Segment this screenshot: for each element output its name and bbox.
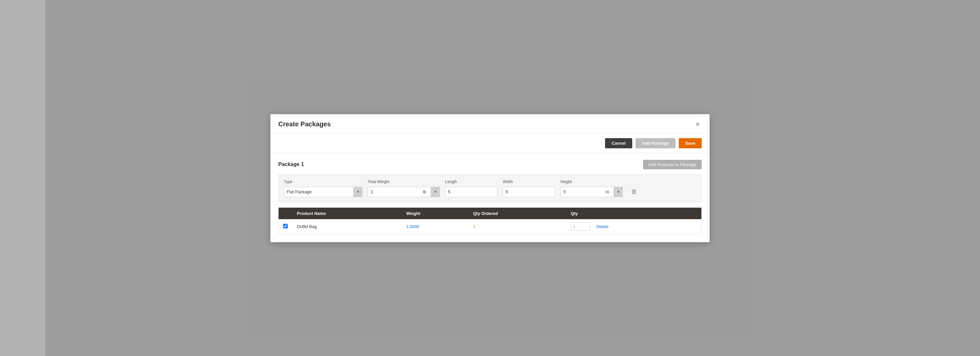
width-label: Width	[503, 179, 555, 184]
table-body: Duffel Bag 1.0000 1 Delete	[278, 219, 702, 234]
length-field-group: Length	[445, 179, 498, 197]
cancel-button[interactable]: Cancel	[605, 138, 632, 148]
row-qty-ordered: 1	[468, 219, 566, 234]
type-select-wrapper: Flat Package Custom Package ▼	[284, 187, 363, 197]
row-qty-cell: Delete	[566, 219, 702, 234]
create-packages-modal: Create Packages × Cancel Add Package Sav…	[270, 114, 710, 242]
weight-field-group: Total Weight lb kg ▼	[368, 179, 440, 197]
package-title: Package 1	[278, 161, 304, 167]
weight-unit-select-wrapper: lb kg ▼	[420, 187, 440, 197]
save-button[interactable]: Save	[679, 138, 702, 148]
weight-input[interactable]	[368, 187, 420, 197]
table-head: Product Name Weight Qty Ordered Qty	[278, 208, 702, 219]
package-header: Package 1 Add Products to Package	[278, 160, 702, 169]
modal-toolbar: Cancel Add Package Save	[270, 134, 710, 153]
delete-package-cell: 🗑	[630, 188, 640, 197]
modal-body: Package 1 Add Products to Package Type F…	[270, 153, 710, 242]
row-delete-button[interactable]: Delete	[596, 224, 609, 229]
modal-header: Create Packages ×	[270, 114, 710, 134]
length-label: Length	[445, 179, 498, 184]
modal-title: Create Packages	[278, 120, 331, 128]
weight-unit-select[interactable]: lb kg	[420, 187, 440, 197]
add-package-button[interactable]: Add Package	[636, 138, 676, 148]
col-header-product-name: Product Name	[292, 208, 401, 219]
height-label: Height	[560, 179, 626, 184]
dimension-unit-select-wrapper: in cm ▼	[603, 187, 623, 197]
row-weight-value: 1.0000	[406, 224, 419, 229]
row-qty-input[interactable]	[571, 222, 590, 231]
width-field-group: Width	[503, 179, 555, 197]
length-input[interactable]	[445, 187, 498, 197]
col-header-checkbox	[278, 208, 293, 219]
width-input[interactable]	[503, 187, 555, 197]
col-header-qty: Qty	[566, 208, 702, 219]
type-field-group: Type Flat Package Custom Package ▼	[284, 179, 363, 197]
package-fields-row: Type Flat Package Custom Package ▼ Total…	[278, 174, 702, 202]
height-field-group: Height in cm ▼	[560, 179, 626, 197]
dimension-unit-select[interactable]: in cm	[603, 187, 623, 197]
row-product-name: Duffel Bag	[292, 219, 401, 234]
height-input[interactable]	[560, 187, 603, 197]
type-select[interactable]: Flat Package Custom Package	[284, 187, 356, 197]
row-weight: 1.0000	[401, 219, 468, 234]
products-table: Product Name Weight Qty Ordered Qty Duff…	[278, 208, 702, 234]
row-qty-ordered-value: 1	[473, 224, 475, 229]
weight-label: Total Weight	[368, 179, 440, 184]
close-button[interactable]: ×	[694, 120, 702, 129]
table-header-row: Product Name Weight Qty Ordered Qty	[278, 208, 702, 219]
col-header-weight: Weight	[401, 208, 468, 219]
delete-package-button[interactable]: 🗑	[630, 188, 638, 196]
col-header-qty-ordered: Qty Ordered	[468, 208, 566, 219]
type-label: Type	[284, 179, 363, 184]
row-checkbox[interactable]	[283, 224, 288, 228]
add-products-to-package-button[interactable]: Add Products to Package	[643, 160, 702, 169]
table-row: Duffel Bag 1.0000 1 Delete	[278, 219, 702, 234]
row-checkbox-cell	[278, 219, 293, 234]
